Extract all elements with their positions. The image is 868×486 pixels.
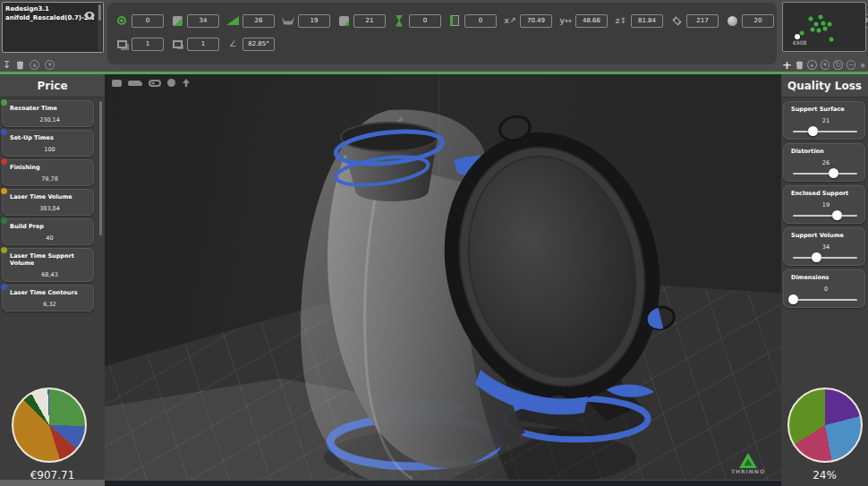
z-size-input[interactable]	[631, 14, 663, 28]
ramp-value-input[interactable]	[243, 14, 275, 28]
scatter-point[interactable]	[819, 15, 823, 20]
quality-slider[interactable]	[793, 215, 857, 217]
price-item: Laser Time Volume383,04	[2, 189, 94, 216]
import-icon[interactable]: ↧	[3, 60, 11, 70]
item-color-dot	[1, 188, 7, 194]
quality-item-value: 19	[791, 201, 861, 209]
trash-icon[interactable]	[796, 56, 804, 73]
box-value-input[interactable]	[464, 14, 497, 28]
quality-item-label: Support Volume	[791, 232, 861, 239]
file-list: Redesign3.1 anifold_Rescaled(0.7)-2.stl	[2, 2, 104, 53]
price-item-label: Laser Time Contours	[10, 289, 89, 296]
eye-icon[interactable]	[84, 5, 95, 22]
person-view-icon[interactable]	[167, 79, 175, 87]
refresh-icon[interactable]: ↻	[833, 60, 843, 70]
layers-value-input[interactable]	[686, 14, 719, 28]
move-down-icon[interactable]: ▼	[45, 60, 55, 70]
box-view-icon[interactable]	[112, 80, 122, 87]
quality-item-label: Support Surface	[791, 106, 861, 113]
target-value-input[interactable]	[132, 14, 164, 28]
x-size-input[interactable]	[520, 14, 552, 28]
corner-flag-value-input[interactable]	[187, 14, 219, 28]
item-color-dot	[1, 99, 7, 106]
pages-value-input[interactable]	[132, 38, 164, 51]
scatter-point[interactable]	[822, 26, 827, 30]
scatter-point[interactable]	[800, 31, 804, 36]
price-item: Laser Time Contours6,32	[2, 285, 94, 311]
scatter-point[interactable]	[828, 22, 832, 27]
file-panel: Redesign3.1 anifold_Rescaled(0.7)-2.stl …	[2, 2, 104, 72]
toolbar-field	[447, 14, 497, 28]
scatter-point[interactable]	[809, 16, 813, 21]
3d-viewport[interactable]: THRINNO	[105, 74, 781, 480]
move-up-icon[interactable]: ▲	[30, 60, 39, 70]
support-value-input[interactable]	[298, 14, 330, 28]
viewport-toolbar	[112, 79, 191, 87]
price-item-value: 230,14	[10, 116, 89, 124]
price-item-label: Recoater Time	[10, 105, 89, 112]
prev-icon[interactable]: ▲	[807, 60, 817, 70]
add-icon[interactable]: +	[782, 60, 792, 71]
quality-slider[interactable]	[793, 131, 857, 132]
price-item: Finishing79,78	[2, 159, 94, 186]
quality-item-value: 34	[791, 243, 861, 251]
quality-item-label: Distortion	[791, 148, 861, 155]
angle-value-input[interactable]	[243, 38, 275, 51]
quality-slider[interactable]	[793, 257, 857, 259]
scatter-point[interactable]	[821, 21, 826, 26]
file-list-item[interactable]: anifold_Rescaled(0.7)-2.stl	[5, 13, 94, 22]
slider-thumb[interactable]	[788, 294, 798, 304]
quality-slider[interactable]	[793, 173, 857, 175]
slider-thumb[interactable]	[832, 210, 842, 220]
sphere-icon	[725, 14, 739, 28]
quality-item: Support Volume34	[783, 227, 865, 266]
price-item-value: 79,78	[10, 175, 89, 183]
x-axis-icon: x↗	[503, 14, 517, 28]
toggle-view-icon[interactable]	[149, 80, 161, 87]
quality-item: Enclosed Support19	[783, 185, 865, 224]
toolbar-field: ∠	[226, 38, 275, 51]
scatter-point[interactable]	[830, 38, 834, 42]
quality-item: Support Surface21	[783, 101, 865, 140]
quality-slider[interactable]	[793, 299, 857, 301]
pages2-value-input[interactable]	[187, 38, 219, 51]
toolbar-field	[115, 38, 164, 51]
file-list-item[interactable]: Redesign3.1	[5, 4, 94, 13]
parameters-toolbar: x↗ y↔ z↕ ∠	[107, 3, 777, 64]
pages2-icon	[170, 38, 184, 51]
scatter-point[interactable]	[813, 22, 818, 27]
angle-icon: ∠	[226, 38, 240, 51]
quality-pie-chart	[787, 388, 863, 463]
scatter-point[interactable]	[811, 27, 815, 31]
slider-thumb[interactable]	[812, 252, 821, 262]
triangle-logo-icon	[739, 453, 757, 468]
trash-icon[interactable]	[16, 56, 24, 73]
toolbar-field	[226, 14, 275, 28]
pin-view-icon[interactable]	[182, 79, 191, 87]
corner-flag2-icon	[336, 14, 351, 28]
price-scrollbar[interactable]	[99, 101, 102, 235]
hourglass-value-input[interactable]	[409, 14, 441, 28]
file-list-scrollbar[interactable]	[98, 4, 102, 51]
status-bar	[0, 480, 868, 486]
box-icon	[447, 14, 462, 28]
corner-flag2-value-input[interactable]	[353, 14, 386, 28]
price-item-label: Set-Up Times	[10, 134, 89, 141]
status-bar-segment	[105, 480, 781, 486]
y-size-input[interactable]	[575, 14, 608, 28]
next-icon[interactable]: ▼	[821, 60, 830, 70]
price-item-value: 383,04	[10, 205, 89, 212]
slider-thumb[interactable]	[829, 168, 838, 178]
toolbar-field: z↕	[614, 14, 663, 28]
car-view-icon[interactable]	[128, 81, 142, 86]
price-item-label: Laser Time Support Volume	[10, 252, 89, 267]
z-axis-icon: z↕	[614, 14, 628, 28]
quality-item-label: Dimensions	[791, 274, 861, 281]
mini-scatter-plot[interactable]: €908	[782, 2, 866, 52]
settings-icon[interactable]: ∗	[859, 61, 866, 70]
scatter-point[interactable]	[816, 29, 821, 33]
sphere-value-input[interactable]	[742, 14, 774, 28]
price-item-value: 100	[10, 146, 89, 153]
slider-thumb[interactable]	[808, 126, 818, 136]
remove-icon[interactable]: −	[847, 60, 856, 70]
